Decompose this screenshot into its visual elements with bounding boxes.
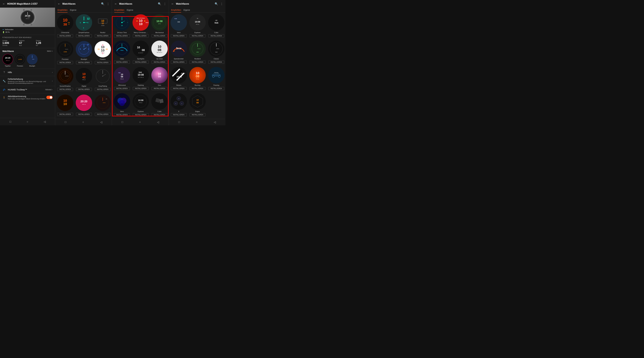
panel1-nav-back[interactable]: ◁ [100,121,102,124]
wf-flowers: 10 10 FRI 18 Flowers INSTALLIEREN [94,41,111,65]
left-header: ← HONOR MagicWatch 2-E57 [0,0,55,8]
install-x[interactable]: INSTALLIEREN [171,113,187,116]
install-passing[interactable]: INSTALLIEREN [208,87,224,90]
install-whimsical[interactable]: INSTALLIEREN [114,87,130,90]
install-dashing[interactable]: INSTALLIEREN [133,87,149,90]
nav-back[interactable]: ◁ [43,120,46,124]
svg-point-55 [102,52,104,55]
calories-item: Kalorien 67 kcal [19,40,36,46]
install-chineseink[interactable]: INSTALLIEREN [57,34,73,38]
panel3-nav-circle[interactable]: ○ [196,121,198,124]
install-spotlights[interactable]: INSTALLIEREN [133,61,149,64]
wf-preview-precision[interactable]: 14398 Precision [14,54,25,67]
svg-text:08: 08 [197,18,198,19]
panel3-tab-eigene[interactable]: Eigene [184,8,192,12]
svg-text:Passing: Passing [214,72,218,73]
wf-stripes-label: Stripes [176,84,181,86]
menu-activity[interactable]: 🚶 Aktivitätserinnerung Nach über einstün… [0,93,55,101]
install-p3-venn[interactable]: INSTALLIEREN [171,34,187,38]
panel1-tab-eigene[interactable]: Eigene [70,8,79,12]
panel1-back[interactable]: ← [58,2,60,6]
nav-circle[interactable]: ○ [26,120,29,124]
install-analog2[interactable]: INSTALLIEREN [95,113,110,116]
more-button[interactable]: Mehr > [47,50,52,52]
wf-merrychristmas-label: Merry Christmas ... [134,32,148,34]
svg-text:12: 12 [87,44,89,46]
panel3-search-icon[interactable]: 🔍 [215,2,218,6]
panel1-more-icon[interactable]: ⋮ [107,2,110,6]
install-p3-cubic[interactable]: INSTALLIEREN [208,34,224,38]
install-orange2[interactable]: INSTALLIEREN [57,113,73,116]
svg-text:718: 718 [118,72,120,74]
install-classic[interactable]: INSTALLIEREN [208,61,224,64]
menu-trusleep[interactable]: 💤 HUAWEI TruSleep™ Aktiviert › [0,86,55,93]
install-speedometer[interactable]: INSTALLIEREN [171,61,187,64]
panel3-nav-square[interactable]: □ [178,121,180,124]
install-stripes[interactable]: INSTALLIEREN [171,87,187,90]
wf-sunsetshadow: SunsetShadow INSTALLIEREN [57,68,73,92]
svg-text:3: 3 [88,22,88,24]
device-title: HONOR MagicWatch 2-E57 [7,3,38,5]
wf-bluelight: 12 9 3 Bluelight INSTALLIEREN [76,41,92,65]
svg-point-71 [102,76,103,77]
svg-text:9: 9 [80,22,81,24]
nav-square[interactable]: □ [9,120,12,124]
panel2-tab-eigene[interactable]: Eigene [127,8,136,12]
install-precision[interactable]: INSTALLIEREN [57,61,73,64]
panel3-back[interactable]: ← [171,2,174,6]
panel1-search-icon[interactable]: 🔍 [101,2,104,6]
install-vitals[interactable]: INSTALLIEREN [114,61,130,64]
wf-preview-together[interactable]: 20:20 FRI 14 Together [2,54,13,67]
menu-help[interactable]: ? Hilfe › [0,69,55,76]
wf-burning: 10 08 FRI 18 Burning INSTALLIEREN [189,67,206,91]
install-explorer[interactable]: INSTALLIEREN [133,113,149,116]
svg-text:08: 08 [158,75,161,78]
wf-24hourtime-label: 24-hour Time [117,32,127,34]
panel2-search-icon[interactable]: 🔍 [158,2,161,6]
menu-troubleshoot[interactable]: 🔧 Fehlerbehebung Anleitung zum Beheben v… [0,76,55,86]
svg-text:10:08: 10:08 [195,21,200,23]
panel1-tab-empfohlen[interactable]: Empfohlen [58,8,70,12]
install-grayplating[interactable]: INSTALLIEREN [95,88,110,91]
panel3-nav-back[interactable]: ◁ [214,121,216,124]
svg-text:7645: 7645 [138,72,142,73]
install-pink2[interactable]: INSTALLIEREN [76,113,92,116]
svg-text:10: 10 [63,18,68,22]
install-flowers[interactable]: INSTALLIEREN [95,61,110,64]
panel2-nav-square[interactable]: □ [122,121,123,124]
wf-precision-label: Precision [62,58,68,60]
install-24hourtime[interactable]: INSTALLIEREN [114,34,130,38]
install-digital[interactable]: INSTALLIEREN [76,88,92,91]
install-geo[interactable]: INSTALLIEREN [152,87,168,90]
wf-speedometer: 10:08 20° Speedometer INSTALLIEREN [170,41,187,65]
install-mechanical[interactable]: INSTALLIEREN [152,34,168,38]
activity-toggle[interactable] [46,96,52,99]
wf-preview-bluelight[interactable]: Bluelight [27,54,38,67]
install-edges[interactable]: INSTALLIEREN [190,113,206,116]
panel3-tab-empfohlen[interactable]: Empfohlen [171,8,184,12]
panel2-nav-circle[interactable]: ○ [139,121,141,124]
install-sunsetshadow[interactable]: INSTALLIEREN [57,88,73,91]
install-cubic[interactable]: INSTALLIEREN [152,113,168,116]
install-bluelight[interactable]: INSTALLIEREN [76,61,92,64]
svg-text:7645: 7645 [174,18,177,20]
install-p3-explorer[interactable]: INSTALLIEREN [190,34,206,38]
install-resilient[interactable]: INSTALLIEREN [190,61,206,64]
install-venn[interactable]: INSTALLIEREN [114,113,130,116]
wf-speedometer-label: Speedometer [174,58,184,60]
panel1-nav-square[interactable]: □ [65,121,66,124]
install-restful[interactable]: INSTALLIEREN [95,34,110,38]
install-simplefashion[interactable]: INSTALLIEREN [76,34,92,38]
install-burning[interactable]: INSTALLIEREN [190,87,206,90]
svg-text:20°: 20° [174,51,175,52]
install-merrychristmas[interactable]: INSTALLIEREN [133,34,149,38]
panel3-more-icon[interactable]: ⋮ [220,2,223,6]
panel2-tab-empfohlen[interactable]: Empfohlen [114,8,127,12]
back-button[interactable]: ← [2,2,5,6]
panel2-nav-back[interactable]: ◁ [157,121,159,124]
install-upclose[interactable]: INSTALLIEREN [152,61,168,64]
panel2-back[interactable]: ← [114,2,117,6]
panel1-nav-circle[interactable]: ○ [82,121,84,124]
wf-venn: Venn INSTALLIEREN [114,93,130,117]
panel2-more-icon[interactable]: ⋮ [164,2,166,6]
